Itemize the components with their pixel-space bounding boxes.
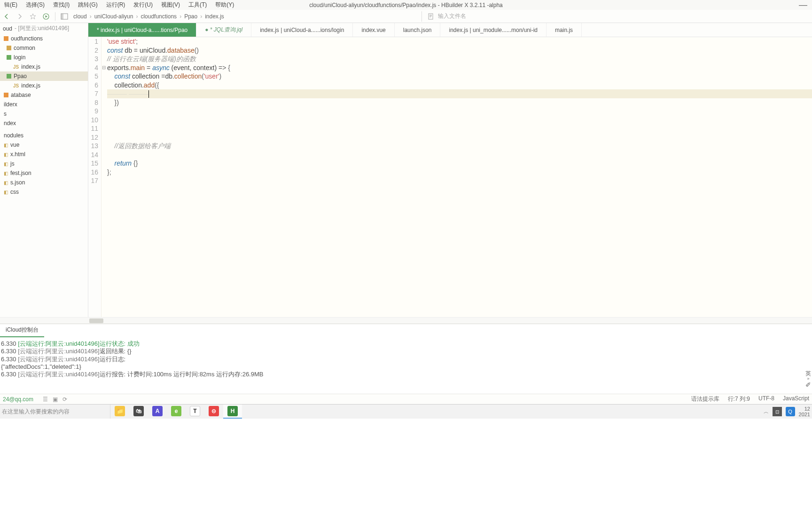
- editor-tabs: * index.js | uniCloud-a......tions/Ppao …: [88, 23, 812, 37]
- terminal-icon[interactable]: ▣: [53, 396, 58, 403]
- app-purple[interactable]: A: [148, 405, 167, 419]
- tab-main[interactable]: main.js: [547, 23, 582, 37]
- tree-item[interactable]: common: [0, 43, 88, 53]
- file-search-icon: [427, 12, 435, 21]
- crumb-cloudfunctions[interactable]: cloudfunctions: [141, 13, 177, 20]
- tab-indexvue[interactable]: index.vue: [353, 23, 394, 37]
- toolbar: cloud› uniCloud-aliyun› cloudfunctions› …: [0, 10, 812, 23]
- tree-item[interactable]: s: [0, 109, 88, 119]
- tree-item[interactable]: ◧vue: [0, 140, 88, 150]
- menu-view[interactable]: 视图(V): [157, 0, 184, 10]
- editor-pane: * index.js | uniCloud-a......tions/Ppao …: [88, 23, 812, 317]
- app-text[interactable]: T: [186, 405, 204, 419]
- title-bar: 辑(E) 选择(S) 查找(I) 跳转(G) 运行(R) 发行(U) 视图(V)…: [0, 0, 812, 10]
- tab-uniid[interactable]: index.js | uni_module......mon/uni-id: [440, 23, 547, 37]
- code-editor[interactable]: 1234567891011121314151617 ⊟ 'use strict'…: [88, 37, 812, 317]
- menu-tools[interactable]: 工具(T): [184, 0, 211, 10]
- app-explorer[interactable]: 📁: [110, 405, 129, 419]
- forward-icon[interactable]: [16, 12, 24, 21]
- tree-item[interactable]: ◧js: [0, 159, 88, 168]
- tree-item[interactable]: ◧x.html: [0, 150, 88, 159]
- list-icon[interactable]: ☰: [43, 396, 48, 403]
- app-red[interactable]: ⊝: [204, 405, 223, 419]
- app-hbuilder[interactable]: H: [223, 405, 242, 419]
- breadcrumbs: cloud› uniCloud-aliyun› cloudfunctions› …: [73, 13, 224, 20]
- tree-item[interactable]: login: [0, 53, 88, 62]
- tree-item[interactable]: ◧s.json: [0, 178, 88, 187]
- file-search[interactable]: 输入文件名: [422, 11, 466, 22]
- status-icons: ☰ ▣ ⟳: [43, 396, 67, 403]
- console-panel: iCloud控制台 6.330 [云端运行:阿里云:unid401496]运行状…: [0, 324, 812, 394]
- tree-item[interactable]: ndex: [0, 119, 88, 128]
- tree-item[interactable]: ◧fest.json: [0, 168, 88, 178]
- taskbar-apps: 📁 🛍 A e T ⊝ H: [110, 405, 242, 419]
- menu-run[interactable]: 运行(R): [102, 0, 130, 10]
- status-bar: 24@qq.com ☰ ▣ ⟳ 语法提示库 行:7 列:9 UTF-8 Java…: [0, 394, 812, 404]
- sidebar: oud - [阿里云:unid401496] oudfunctionscommo…: [0, 23, 88, 317]
- tree-item[interactable]: ilderx: [0, 100, 88, 109]
- status-encoding[interactable]: UTF-8: [758, 395, 774, 403]
- tree-item[interactable]: nodules: [0, 131, 88, 140]
- tab-jql[interactable]: ● * JQL查询.jql: [196, 23, 251, 37]
- menu-find[interactable]: 查找(I): [49, 0, 74, 10]
- tree-item[interactable]: JSindex.js: [0, 62, 88, 71]
- console-output[interactable]: 6.330 [云端运行:阿里云:unid401496]运行状态: 成功6.330…: [0, 337, 812, 394]
- windows-taskbar: 在这里输入你要搜索的内容 📁 🛍 A e T ⊝ H ︿ ⊡ Q 12 2021: [0, 404, 812, 419]
- menu-select[interactable]: 选择(S): [22, 0, 49, 10]
- explorer-icon[interactable]: [60, 12, 69, 21]
- tab-login[interactable]: index.js | uniCloud-a......ions/login: [251, 23, 353, 37]
- status-position[interactable]: 行:7 列:9: [728, 395, 750, 403]
- tray-app2-icon[interactable]: Q: [786, 407, 795, 416]
- tree-item[interactable]: atabase: [0, 90, 88, 100]
- minimize-icon[interactable]: —: [799, 0, 807, 10]
- status-language[interactable]: JavaScript: [783, 395, 809, 403]
- code-area[interactable]: 'use strict'; const db = uniCloud.databa…: [106, 37, 812, 317]
- svg-rect-3: [429, 14, 433, 19]
- menu-goto[interactable]: 跳转(G): [74, 0, 102, 10]
- crumb-unicloud[interactable]: uniCloud-aliyun: [94, 13, 133, 20]
- tray-time[interactable]: 12 2021: [799, 406, 810, 417]
- menu-help[interactable]: 帮助(Y): [211, 0, 238, 10]
- menu-bar: 辑(E) 选择(S) 查找(I) 跳转(G) 运行(R) 发行(U) 视图(V)…: [0, 0, 238, 10]
- tab-active[interactable]: * index.js | uniCloud-a......tions/Ppao: [88, 23, 196, 37]
- app-edge[interactable]: e: [167, 405, 186, 419]
- tree-item[interactable]: oudfunctions: [0, 34, 88, 43]
- taskbar-search[interactable]: 在这里输入你要搜索的内容: [0, 405, 110, 419]
- menu-edit[interactable]: 辑(E): [0, 0, 22, 10]
- back-icon[interactable]: [2, 12, 11, 21]
- window-title: cloud/uniCloud-aliyun/cloudfunctions/Ppa…: [309, 2, 503, 8]
- file-search-placeholder: 输入文件名: [438, 12, 466, 20]
- play-icon[interactable]: [42, 12, 50, 21]
- sync-icon[interactable]: ⟳: [62, 396, 67, 403]
- svg-rect-2: [61, 14, 63, 19]
- tree-item[interactable]: ◧css: [0, 187, 88, 197]
- fold-column: ⊟: [102, 37, 106, 317]
- ime-indicator[interactable]: 英 » ✐: [805, 371, 811, 389]
- tree-item[interactable]: Ppao: [0, 71, 88, 81]
- status-syntax[interactable]: 语法提示库: [691, 395, 719, 403]
- tree-item[interactable]: JSindex.js: [0, 81, 88, 90]
- crumb-ppao[interactable]: Ppao: [184, 13, 197, 20]
- menu-publish[interactable]: 发行(U): [129, 0, 157, 10]
- line-gutter: 1234567891011121314151617: [88, 37, 102, 317]
- system-tray: ︿ ⊡ Q 12 2021: [764, 405, 812, 419]
- tray-chevron-icon[interactable]: ︿: [764, 408, 769, 415]
- crumb-cloud[interactable]: cloud: [73, 13, 87, 20]
- status-email[interactable]: 24@qq.com: [3, 396, 33, 403]
- crumb-index[interactable]: index.js: [205, 13, 224, 20]
- console-tab-icloud[interactable]: iCloud控制台: [0, 324, 44, 337]
- main-area: oud - [阿里云:unid401496] oudfunctionscommo…: [0, 23, 812, 317]
- tray-app1-icon[interactable]: ⊡: [773, 407, 782, 416]
- star-icon[interactable]: [29, 12, 37, 21]
- app-store[interactable]: 🛍: [129, 405, 148, 419]
- tree-root[interactable]: oud - [阿里云:unid401496]: [0, 23, 88, 34]
- tab-launch[interactable]: launch.json: [395, 23, 441, 37]
- horizontal-scrollbar[interactable]: [0, 317, 812, 324]
